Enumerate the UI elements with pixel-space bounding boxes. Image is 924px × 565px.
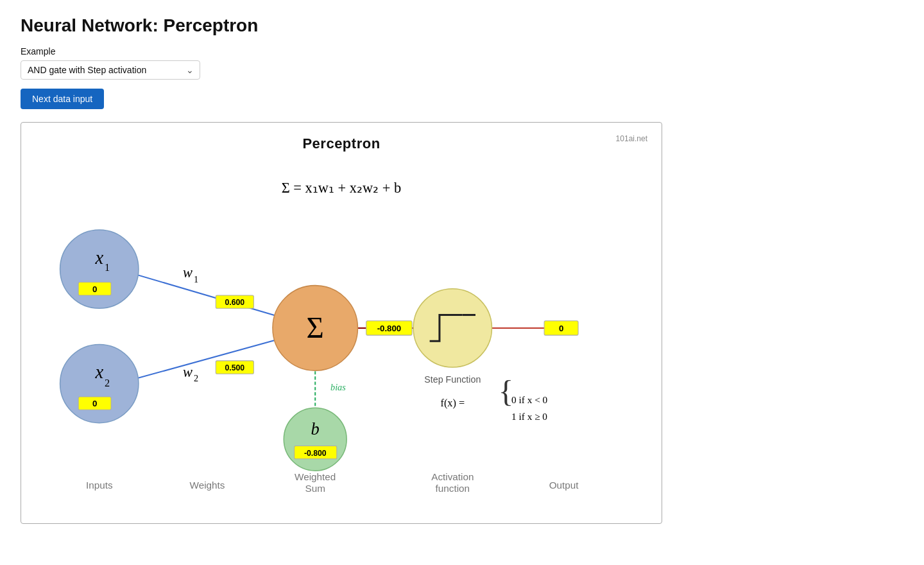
bias-node [284,408,346,471]
activation-node [413,289,492,367]
bottom-label-activation: Activation [431,471,474,482]
w1-subscript: 1 [194,274,198,284]
x1-value: 0 [92,284,97,294]
step-formula-line1: 0 if x < 0 [511,394,548,405]
diagram-title: Perceptron [40,135,642,152]
page-title: Neural Network: Perceptron [21,15,903,36]
svg-text:1: 1 [105,261,110,274]
w2-subscript: 2 [194,374,198,384]
w1-label: w [183,265,193,281]
next-data-input-button[interactable]: Next data input [21,89,104,109]
w2-label: w [183,364,193,380]
bottom-label-sum: Sum [305,483,325,494]
bottom-label-inputs: Inputs [86,480,113,491]
step-function-label: Step Function [424,374,481,385]
example-label: Example [21,46,903,56]
w2-value: 0.500 [225,363,245,372]
bottom-label-weights: Weights [190,480,225,491]
w1-value: 0.600 [225,298,245,307]
svg-text:b: b [311,419,320,439]
output-value: 0 [559,324,563,333]
bottom-label-output: Output [549,480,579,491]
x2-node [60,344,139,422]
x1-to-sum-line [117,269,295,322]
bottom-label-function: function [436,483,470,494]
step-formula-fx: f(x) = [440,397,465,409]
perceptron-svg: Σ = x₁w₁ + x₂w₂ + b [40,155,642,508]
x2-to-sum-line [117,335,295,383]
step-formula-line2: 1 if x ≥ 0 [511,411,547,422]
x2-value: 0 [92,399,97,408]
sum-sigma: Σ [307,311,324,344]
bias-value: -0.800 [304,449,327,458]
sum-output-value: -0.800 [377,324,402,333]
bottom-label-weighted: Weighted [295,471,336,482]
perceptron-diagram: Perceptron 101ai.net Σ = x₁w₁ + x₂w₂ + b [21,122,662,524]
svg-text:x: x [94,362,103,382]
x1-node [60,230,139,308]
svg-text:2: 2 [105,377,110,389]
svg-text:x: x [94,248,103,268]
example-dropdown-wrapper[interactable]: AND gate with Step activation OR gate wi… [21,60,200,80]
example-dropdown[interactable]: AND gate with Step activation OR gate wi… [21,60,200,80]
watermark: 101ai.net [616,134,647,143]
formula-text: Σ = x₁w₁ + x₂w₂ + b [282,180,402,196]
bias-label: bias [330,382,346,392]
